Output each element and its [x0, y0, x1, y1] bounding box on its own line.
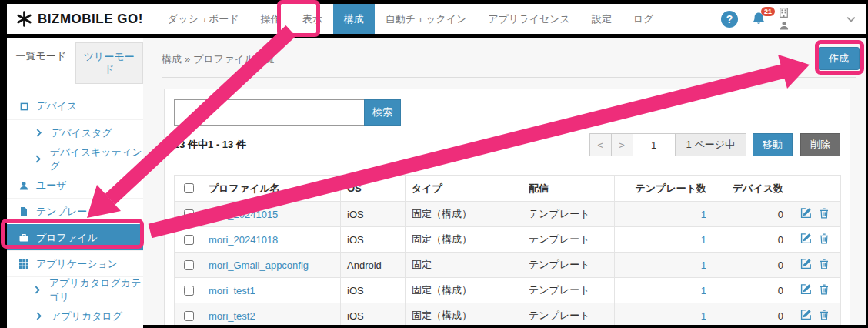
edit-button[interactable] [800, 309, 812, 323]
row-checkbox[interactable] [184, 235, 194, 245]
results-panel: 検索 13 件中1 - 13 件 < > 1 ページ中 移動 削除 [164, 89, 850, 325]
row-checkbox[interactable] [184, 209, 194, 219]
col-os: OS [341, 176, 406, 202]
page-number-input[interactable] [633, 133, 676, 156]
delivery-cell: テンプレート [522, 227, 615, 253]
nav-item-auto-checkin[interactable]: 自動チェックイン [375, 4, 478, 34]
sidebar-item-devices[interactable]: デバイス [7, 93, 143, 119]
row-checkbox[interactable] [184, 311, 194, 321]
delete-row-button[interactable] [820, 233, 829, 246]
prev-page-button[interactable]: < [589, 133, 612, 156]
search-input[interactable] [174, 99, 364, 126]
nav-item-operations[interactable]: 操作 [250, 4, 292, 34]
chevron-right-icon [33, 129, 44, 137]
pagination: < > 1 ページ中 移動 削除 [589, 133, 840, 156]
template-count-link[interactable]: 1 [701, 285, 706, 296]
col-delivery: 配信 [522, 176, 615, 202]
os-cell: iOS [341, 278, 406, 303]
briefcase-icon [18, 233, 29, 242]
delete-row-button[interactable] [820, 284, 829, 297]
delivery-cell: テンプレート [522, 253, 615, 278]
nav-item-dashboard[interactable]: ダッシュボード [157, 4, 250, 34]
profile-name-link[interactable]: mori_20241015 [209, 209, 278, 220]
sidebar-item-label: アプリカタログカテゴリ [49, 276, 143, 304]
delete-row-button[interactable] [820, 259, 829, 272]
profile-name-link[interactable]: mori_20241018 [209, 234, 278, 246]
type-cell: 固定（構成） [406, 278, 522, 303]
sidebar-item-device-tags[interactable]: デバイスタグ [7, 119, 143, 146]
notification-badge: 21 [761, 7, 775, 16]
device-square-icon [18, 102, 29, 111]
edit-icon [800, 258, 812, 269]
chevron-right-icon [33, 155, 43, 163]
main-content: 構成»プロファイル一覧 作成 検索 13 件中1 - 13 件 < > 1 ペー… [143, 38, 866, 325]
next-page-button[interactable]: > [611, 133, 633, 156]
search-bar: 検索 [174, 99, 840, 126]
profile-name-link[interactable]: mori_test1 [209, 285, 255, 296]
navbar-right-cluster: ? 21 [721, 4, 856, 34]
edit-button[interactable] [800, 258, 812, 272]
edit-button[interactable] [800, 283, 812, 297]
search-button[interactable]: 検索 [364, 99, 401, 126]
chevron-right-icon [33, 286, 42, 294]
table-row: mori_test1 iOS 固定（構成） テンプレート 1 0 [175, 278, 841, 303]
tab-list-mode[interactable]: 一覧モード [7, 42, 75, 70]
nav-item-log[interactable]: ログ [623, 4, 665, 34]
sidebar-item-label: デバイスキッティング [50, 146, 143, 173]
profile-name-link[interactable]: mori_Gmail_appconfig [209, 259, 309, 271]
col-type: タイプ [406, 176, 522, 202]
sidebar-item-applications[interactable]: アプリケーション [7, 250, 143, 276]
template-count-link[interactable]: 1 [701, 310, 706, 322]
delete-row-button[interactable] [820, 208, 829, 221]
sidebar-item-profiles[interactable]: プロファイル [7, 224, 143, 250]
col-template-count: テンプレート数 [615, 176, 713, 202]
sidebar-item-device-kitting[interactable]: デバイスキッティング [7, 146, 143, 172]
top-navbar: BIZMOBILE GO! ダッシュボード 操作 表示 構成 自動チェックイン … [7, 4, 866, 34]
template-count-link[interactable]: 1 [701, 259, 706, 271]
sidebar-item-label: プロファイル [36, 231, 98, 245]
nav-item-configuration[interactable]: 構成 [333, 4, 375, 34]
tab-tree-mode[interactable]: ツリーモード [75, 42, 144, 84]
sidebar-item-users[interactable]: ユーザ [7, 172, 143, 198]
delete-row-button[interactable] [820, 310, 829, 323]
nav-item-view[interactable]: 表示 [292, 4, 333, 34]
sidebar-mode-tabs: 一覧モード ツリーモード [7, 38, 143, 84]
col-profile-name: プロファイル名 [202, 176, 341, 202]
sidebar-item-app-catalog[interactable]: アプリカタログ [7, 303, 143, 328]
table-row: mori_test2 iOS 固定（構成） テンプレート 1 0 [175, 303, 841, 326]
edit-icon [800, 207, 812, 219]
sidebar-item-app-catalog-categories[interactable]: アプリカタログカテゴリ [7, 276, 143, 303]
device-count-cell: 0 [713, 303, 790, 326]
profile-name-link[interactable]: mori_test2 [209, 310, 255, 322]
template-count-link[interactable]: 1 [701, 209, 706, 220]
help-icon[interactable]: ? [721, 11, 738, 28]
trash-icon [820, 233, 829, 244]
notifications-button[interactable]: 21 [751, 12, 766, 27]
nav-item-app-license[interactable]: アプリライセンス [477, 4, 580, 34]
edit-button[interactable] [800, 207, 812, 221]
nav-item-settings[interactable]: 設定 [581, 4, 623, 34]
grid-icon [18, 259, 29, 269]
sidebar-item-label: アプリカタログ [51, 310, 122, 323]
table-row: mori_20241015 iOS 固定（構成） テンプレート 1 0 [175, 202, 841, 227]
brand-logo[interactable]: BIZMOBILE GO! [16, 4, 143, 34]
delete-button[interactable]: 削除 [800, 133, 840, 156]
result-count: 13 件中1 - 13 件 [174, 138, 246, 152]
account-block[interactable] [780, 8, 833, 30]
select-all-checkbox[interactable] [184, 183, 194, 193]
user-small-icon [780, 21, 789, 30]
os-cell: Android [341, 253, 406, 278]
row-checkbox[interactable] [184, 260, 194, 270]
sidebar-item-label: テンプレート [36, 205, 98, 219]
account-chevron-down-icon[interactable] [846, 16, 856, 22]
go-page-button[interactable]: 移動 [753, 133, 793, 156]
row-checkbox[interactable] [184, 286, 194, 296]
user-icon [18, 181, 29, 190]
template-count-link[interactable]: 1 [701, 234, 706, 246]
sidebar-item-label: ユーザ [36, 179, 67, 192]
delivery-cell: テンプレート [522, 278, 615, 303]
breadcrumb-separator: » [185, 53, 190, 65]
create-button[interactable]: 作成 [818, 47, 860, 70]
sidebar-item-templates[interactable]: テンプレート [7, 198, 143, 224]
edit-button[interactable] [800, 233, 812, 246]
